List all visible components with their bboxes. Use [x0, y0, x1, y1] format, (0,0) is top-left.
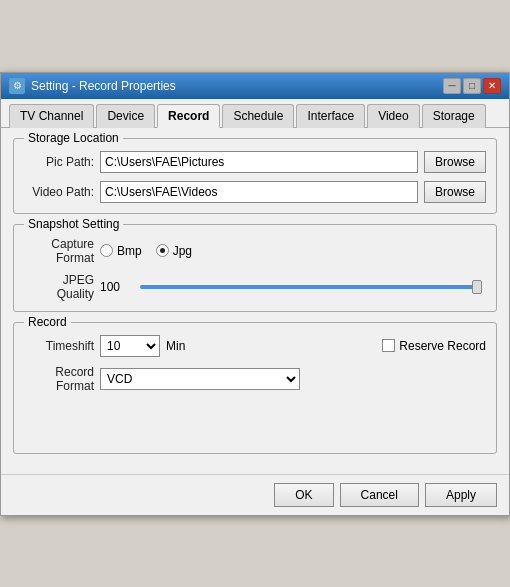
- snapshot-setting-group: Snapshot Setting Capture Format Bmp Jpg …: [13, 224, 497, 312]
- ok-button[interactable]: OK: [274, 483, 333, 507]
- footer: OK Cancel Apply: [1, 474, 509, 515]
- record-format-select[interactable]: VCD SVCD DVD AVI: [100, 368, 300, 390]
- pic-path-input[interactable]: [100, 151, 418, 173]
- title-bar: ⚙ Setting - Record Properties ─ □ ✕: [1, 73, 509, 99]
- pic-path-label: Pic Path:: [24, 155, 94, 169]
- timeshift-label: Timeshift: [24, 339, 94, 353]
- close-button[interactable]: ✕: [483, 78, 501, 94]
- capture-format-label: Capture Format: [24, 237, 94, 265]
- title-bar-left: ⚙ Setting - Record Properties: [9, 78, 176, 94]
- video-path-row: Video Path: Browse: [24, 181, 486, 203]
- jpeg-quality-slider[interactable]: [140, 285, 482, 289]
- storage-location-title: Storage Location: [24, 131, 123, 145]
- jpeg-quality-value: 100: [100, 280, 130, 294]
- storage-location-group: Storage Location Pic Path: Browse Video …: [13, 138, 497, 214]
- tab-schedule[interactable]: Schedule: [222, 104, 294, 128]
- reserve-record-label: Reserve Record: [399, 339, 486, 353]
- bmp-radio[interactable]: [100, 244, 113, 257]
- reserve-record-item[interactable]: Reserve Record: [382, 339, 486, 353]
- bmp-label: Bmp: [117, 244, 142, 258]
- tab-storage[interactable]: Storage: [422, 104, 486, 128]
- record-format-label: Record Format: [24, 365, 94, 393]
- video-browse-button[interactable]: Browse: [424, 181, 486, 203]
- main-window: ⚙ Setting - Record Properties ─ □ ✕ TV C…: [0, 72, 510, 516]
- timeshift-select[interactable]: 10 15 20 30: [100, 335, 160, 357]
- snapshot-setting-title: Snapshot Setting: [24, 217, 123, 231]
- tabs-container: TV Channel Device Record Schedule Interf…: [1, 99, 509, 128]
- video-path-label: Video Path:: [24, 185, 94, 199]
- timeshift-row: Timeshift 10 15 20 30 Min Reserve Record: [24, 335, 486, 357]
- capture-format-options: Bmp Jpg: [100, 244, 192, 258]
- capture-format-row: Capture Format Bmp Jpg: [24, 237, 486, 265]
- reserve-record-checkbox[interactable]: [382, 339, 395, 352]
- minimize-button[interactable]: ─: [443, 78, 461, 94]
- window-icon: ⚙: [9, 78, 25, 94]
- tab-record[interactable]: Record: [157, 104, 220, 128]
- apply-button[interactable]: Apply: [425, 483, 497, 507]
- jpg-label: Jpg: [173, 244, 192, 258]
- content-area: Storage Location Pic Path: Browse Video …: [1, 128, 509, 474]
- slider-thumb[interactable]: [472, 280, 482, 294]
- pic-path-row: Pic Path: Browse: [24, 151, 486, 173]
- timeshift-unit: Min: [166, 339, 185, 353]
- window-title: Setting - Record Properties: [31, 79, 176, 93]
- maximize-button[interactable]: □: [463, 78, 481, 94]
- cancel-button[interactable]: Cancel: [340, 483, 419, 507]
- tab-interface[interactable]: Interface: [296, 104, 365, 128]
- record-group-title: Record: [24, 315, 71, 329]
- jpg-radio[interactable]: [156, 244, 169, 257]
- tab-tv-channel[interactable]: TV Channel: [9, 104, 94, 128]
- jpg-radio-item[interactable]: Jpg: [156, 244, 192, 258]
- record-group: Record Timeshift 10 15 20 30 Min Reserve…: [13, 322, 497, 454]
- jpeg-quality-label: JPEG Quality: [24, 273, 94, 301]
- tab-video[interactable]: Video: [367, 104, 419, 128]
- title-bar-controls: ─ □ ✕: [443, 78, 501, 94]
- jpeg-quality-row: JPEG Quality 100: [24, 273, 486, 301]
- video-path-input[interactable]: [100, 181, 418, 203]
- pic-browse-button[interactable]: Browse: [424, 151, 486, 173]
- tab-device[interactable]: Device: [96, 104, 155, 128]
- record-format-row: Record Format VCD SVCD DVD AVI: [24, 365, 486, 393]
- bmp-radio-item[interactable]: Bmp: [100, 244, 142, 258]
